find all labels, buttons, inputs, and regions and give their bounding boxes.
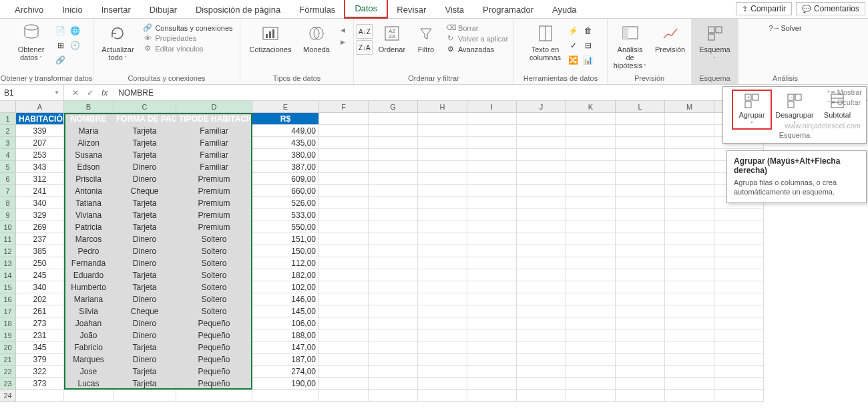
cell[interactable]: [517, 245, 566, 257]
cell[interactable]: [566, 341, 616, 354]
cell[interactable]: [616, 378, 665, 390]
cell[interactable]: [418, 161, 467, 173]
cell[interactable]: Fernanda: [64, 257, 114, 269]
cell[interactable]: [16, 390, 64, 402]
cell[interactable]: [517, 221, 566, 233]
row-header[interactable]: 24: [0, 390, 16, 402]
cell[interactable]: Lucas: [64, 378, 114, 390]
row-header[interactable]: 17: [0, 305, 16, 317]
tab-vista[interactable]: Vista: [435, 1, 473, 18]
cell[interactable]: [665, 113, 714, 125]
row-header[interactable]: 11: [0, 233, 16, 245]
cell[interactable]: [114, 390, 176, 402]
cell[interactable]: 380,00: [252, 149, 319, 161]
cell[interactable]: [369, 390, 418, 402]
col-header-M[interactable]: M: [665, 101, 714, 113]
cell[interactable]: [616, 305, 665, 317]
row-header[interactable]: 18: [0, 317, 16, 329]
cell[interactable]: HABITACIÓN: [16, 113, 64, 125]
cell[interactable]: Premium: [176, 209, 252, 221]
cell[interactable]: [467, 341, 517, 354]
cell[interactable]: [319, 197, 369, 209]
row-header[interactable]: 8: [0, 197, 16, 209]
cell[interactable]: Familiar: [176, 149, 252, 161]
cell[interactable]: [517, 113, 566, 125]
tab-dibujar[interactable]: Dibujar: [140, 1, 186, 18]
cell[interactable]: Tarjeta: [114, 137, 176, 149]
cell[interactable]: [418, 269, 467, 281]
cell[interactable]: [418, 281, 467, 293]
col-header-F[interactable]: F: [319, 101, 369, 113]
cell[interactable]: [616, 269, 665, 281]
cell[interactable]: Tarjeta: [114, 197, 176, 209]
cell[interactable]: Alizon: [64, 137, 114, 149]
cell[interactable]: [369, 197, 418, 209]
row-header[interactable]: 10: [0, 221, 16, 233]
cell[interactable]: [665, 233, 714, 245]
cell[interactable]: [616, 281, 665, 293]
from-table-icon[interactable]: ⊞: [54, 39, 67, 52]
cell[interactable]: [369, 185, 418, 197]
cell[interactable]: [566, 149, 616, 161]
consolidate-icon[interactable]: ⊟: [582, 39, 595, 52]
col-header-L[interactable]: L: [616, 101, 665, 113]
cell[interactable]: [517, 378, 566, 390]
cell[interactable]: [467, 269, 517, 281]
cell[interactable]: 261: [16, 305, 64, 317]
cotizaciones-button[interactable]: Cotizaciones: [247, 21, 294, 55]
cell[interactable]: Dinero: [114, 257, 176, 269]
col-header-I[interactable]: I: [467, 101, 517, 113]
cell[interactable]: [369, 221, 418, 233]
row-header[interactable]: 2: [0, 125, 16, 137]
cell[interactable]: [566, 378, 616, 390]
cell[interactable]: [319, 173, 369, 185]
cell[interactable]: [176, 390, 252, 402]
cell[interactable]: 449,00: [252, 125, 319, 137]
cell[interactable]: [319, 149, 369, 161]
filtro-button[interactable]: Filtro: [411, 21, 441, 55]
cell[interactable]: 387,00: [252, 161, 319, 173]
cell[interactable]: Premium: [176, 173, 252, 185]
cell[interactable]: [517, 269, 566, 281]
cell[interactable]: 340: [16, 197, 64, 209]
cell[interactable]: [467, 281, 517, 293]
cell[interactable]: [319, 245, 369, 257]
type-next-icon[interactable]: ▶: [341, 39, 345, 45]
editar-vinculos-item[interactable]: ⚙Editar vínculos: [140, 43, 235, 53]
cell[interactable]: Soltero: [176, 245, 252, 257]
cell[interactable]: [517, 354, 566, 366]
cell[interactable]: [566, 233, 616, 245]
type-prev-icon[interactable]: ◀: [341, 27, 345, 33]
cell[interactable]: [467, 161, 517, 173]
cell[interactable]: 187,00: [252, 354, 319, 366]
tab-archivo[interactable]: Archivo: [5, 1, 53, 18]
cell[interactable]: [467, 221, 517, 233]
cell[interactable]: [665, 125, 714, 137]
cell[interactable]: [517, 341, 566, 354]
cell[interactable]: Patricia: [64, 221, 114, 233]
select-all-corner[interactable]: [0, 101, 16, 113]
row-header[interactable]: 20: [0, 341, 16, 354]
cell[interactable]: [369, 341, 418, 354]
borrar-item[interactable]: ⌫Borrar: [443, 23, 511, 33]
cell[interactable]: Pequeño: [176, 366, 252, 378]
cell[interactable]: [319, 354, 369, 366]
cell[interactable]: [369, 209, 418, 221]
cell[interactable]: [616, 329, 665, 341]
cell[interactable]: [616, 149, 665, 161]
cell[interactable]: [319, 329, 369, 341]
cell[interactable]: Tarjeta: [114, 341, 176, 354]
cell[interactable]: [616, 185, 665, 197]
cell[interactable]: 526,00: [252, 197, 319, 209]
agrupar-button[interactable]: + Agrupar˅: [733, 91, 771, 128]
cell[interactable]: Pequeño: [176, 317, 252, 329]
cell[interactable]: Soltero: [176, 305, 252, 317]
cell[interactable]: [467, 354, 517, 366]
cell[interactable]: [252, 390, 319, 402]
cell[interactable]: [566, 221, 616, 233]
row-header[interactable]: 23: [0, 378, 16, 390]
cell[interactable]: Tatiana: [64, 197, 114, 209]
cell[interactable]: [714, 209, 764, 221]
cell[interactable]: [467, 185, 517, 197]
cell[interactable]: 435,00: [252, 137, 319, 149]
